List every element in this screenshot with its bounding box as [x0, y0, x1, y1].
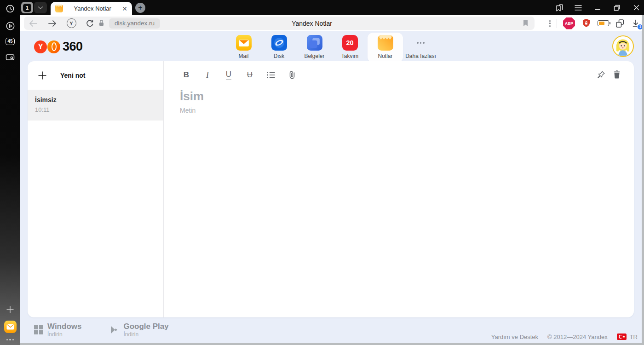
- tab-title: Yandex Notlar: [63, 5, 122, 12]
- tab-count-badge[interactable]: 45: [6, 38, 14, 45]
- bookmarks-panel-icon[interactable]: [555, 4, 563, 12]
- more-services-icon: [413, 35, 429, 51]
- page-actions-menu-icon[interactable]: [549, 20, 551, 27]
- bullet-list-button[interactable]: [264, 69, 277, 81]
- site-security-lock-icon[interactable]: [98, 19, 105, 27]
- note-editor[interactable]: B I U U: [164, 61, 634, 317]
- yandex360-header: Y 360 Mail Disk: [20, 31, 644, 61]
- note-body-placeholder[interactable]: Metin: [180, 107, 634, 114]
- omnibox[interactable]: Y disk.yandex.ru Yandex Notlar: [24, 17, 535, 30]
- minimize-button[interactable]: [593, 4, 602, 12]
- service-label: Mail: [238, 53, 248, 59]
- pin-note-icon[interactable]: [596, 69, 606, 80]
- service-label: Notlar: [378, 53, 392, 59]
- history-icon[interactable]: [5, 4, 15, 14]
- notes-card: Yeni not İsimsiz 10:11 B I U U: [28, 61, 634, 317]
- store-name: Windows: [47, 322, 81, 331]
- help-support-link[interactable]: Yardım ve Destek: [491, 334, 538, 340]
- turkey-flag-icon: ★: [617, 334, 627, 340]
- note-item-time: 10:11: [35, 106, 156, 113]
- browser-side-rail: 45: [0, 0, 20, 345]
- italic-button[interactable]: I: [201, 69, 214, 81]
- add-panel-icon[interactable]: [5, 305, 15, 315]
- format-toolbar: B I U U: [180, 67, 634, 83]
- window-edge-right: [642, 15, 644, 345]
- calendar-app-icon: 20: [342, 35, 358, 51]
- yandex-logo-circle: Y: [34, 40, 47, 53]
- close-button[interactable]: [632, 4, 640, 12]
- restore-button[interactable]: [613, 4, 621, 12]
- strikethrough-glyph: U: [247, 70, 253, 80]
- store-action: İndirin: [47, 331, 81, 338]
- locale-switcher[interactable]: ★ TR: [617, 334, 638, 340]
- yandex360-o-icon: [47, 40, 60, 53]
- extensions-icon[interactable]: [615, 18, 625, 29]
- back-button[interactable]: [28, 17, 39, 30]
- reload-button[interactable]: [84, 17, 95, 30]
- services-nav: Mail Disk Belgeler 20 Takvim: [226, 33, 438, 63]
- protect-shield-icon[interactable]: [581, 18, 592, 29]
- underline-glyph: U: [226, 70, 231, 80]
- page-content: Y 360 Mail Disk: [20, 31, 644, 345]
- service-belgeler[interactable]: Belgeler: [297, 33, 332, 63]
- bold-button[interactable]: B: [180, 69, 193, 81]
- tab-close-icon[interactable]: ✕: [122, 6, 127, 12]
- store-action: İndirin: [123, 331, 168, 338]
- page-footer: Windows İndirin Google Play İndirin Yard…: [20, 317, 644, 345]
- attach-file-button[interactable]: [286, 69, 299, 81]
- omnibox-page-title: Yandex Notlar: [292, 17, 332, 30]
- window-edge-bottom: [20, 343, 644, 345]
- active-tab[interactable]: Yandex Notlar ✕: [51, 2, 132, 15]
- address-bar-row: Y disk.yandex.ru Yandex Notlar ABP: [20, 15, 644, 31]
- note-actions: [596, 69, 622, 80]
- locale-code: TR: [630, 334, 638, 340]
- service-label: Belgeler: [304, 53, 324, 59]
- downloads-icon[interactable]: 1: [631, 19, 640, 28]
- copyright-text: © 2012—2024 Yandex: [547, 334, 608, 340]
- note-item-title: İsimsiz: [35, 96, 156, 104]
- yandex360-logo[interactable]: Y 360: [34, 40, 83, 54]
- plus-icon: [38, 71, 47, 80]
- browser-menu-icon[interactable]: [574, 4, 582, 12]
- service-label: Daha fazlası: [405, 53, 436, 59]
- tab-list-chevron-icon[interactable]: [34, 2, 47, 13]
- service-label: Takvim: [341, 53, 358, 59]
- new-note-button[interactable]: Yeni not: [28, 61, 163, 90]
- service-notlar[interactable]: Notlar: [368, 33, 403, 63]
- forward-button[interactable]: [47, 17, 58, 30]
- more-options-icon[interactable]: [6, 339, 14, 341]
- yandex-services-button[interactable]: Y: [66, 17, 77, 30]
- adblock-extension-icon[interactable]: ABP: [563, 17, 575, 29]
- google-play-download-link[interactable]: Google Play İndirin: [109, 322, 168, 338]
- store-name: Google Play: [123, 322, 168, 331]
- note-list-item[interactable]: İsimsiz 10:11: [28, 90, 163, 121]
- windows-download-link[interactable]: Windows İndirin: [34, 322, 81, 338]
- yandex-mail-rail-icon[interactable]: [4, 321, 17, 333]
- battery-saver-icon[interactable]: [598, 20, 609, 26]
- disk-app-icon: [271, 35, 287, 51]
- service-disk[interactable]: Disk: [261, 33, 297, 63]
- notes-app-icon: [378, 35, 393, 51]
- underline-button[interactable]: U: [222, 69, 235, 81]
- tab-counter-value: 1: [23, 4, 31, 12]
- video-play-icon[interactable]: [5, 21, 15, 31]
- avatar[interactable]: [612, 35, 634, 57]
- google-play-icon: [109, 325, 119, 335]
- screenshot-icon[interactable]: [5, 52, 15, 62]
- service-takvim[interactable]: 20 Takvim: [332, 33, 368, 63]
- service-mail[interactable]: Mail: [226, 33, 261, 63]
- url-field[interactable]: disk.yandex.ru: [109, 18, 160, 29]
- service-more[interactable]: Daha fazlası: [403, 33, 438, 63]
- new-tab-button[interactable]: +: [135, 3, 145, 13]
- tab-strip: 1 Yandex Notlar ✕ +: [20, 0, 644, 15]
- delete-note-icon[interactable]: [612, 69, 622, 80]
- tab-counter[interactable]: 1: [21, 2, 47, 13]
- strikethrough-button[interactable]: U: [243, 69, 256, 81]
- bookmark-flag-icon[interactable]: [522, 19, 529, 27]
- logo-360-text: 360: [63, 40, 83, 54]
- windows-icon: [34, 325, 43, 334]
- mail-app-icon: [236, 35, 252, 51]
- toolbar-divider: [557, 19, 557, 28]
- notes-list-panel: Yeni not İsimsiz 10:11: [28, 61, 164, 317]
- note-title-placeholder[interactable]: İsim: [180, 89, 634, 104]
